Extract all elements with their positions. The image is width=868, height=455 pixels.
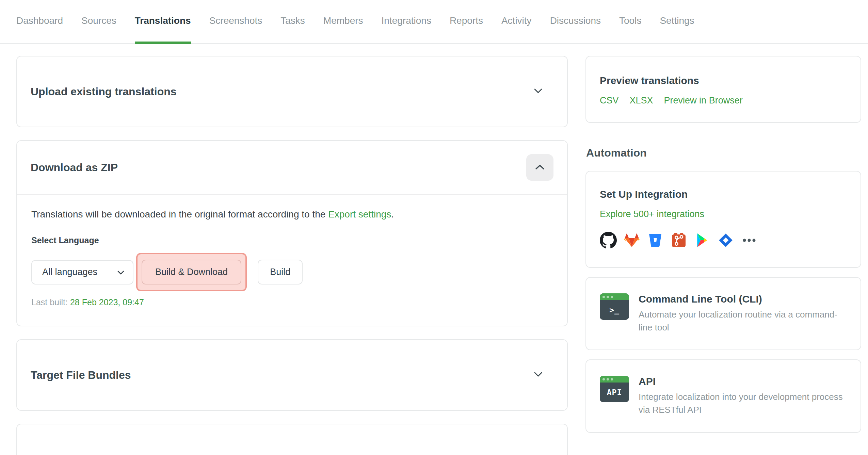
chevron-up-icon xyxy=(535,164,545,171)
last-built-value: 28 Feb 2023, 09:47 xyxy=(70,297,144,307)
build-controls: All languages Build & Download Build xyxy=(31,253,553,291)
terminal-prompt-glyph: >_ xyxy=(600,300,629,320)
bitbucket-icon[interactable] xyxy=(647,232,664,249)
preview-links: CSV XLSX Preview in Browser xyxy=(600,95,847,106)
tab-tools[interactable]: Tools xyxy=(619,0,641,44)
gitlab-icon[interactable] xyxy=(623,232,640,249)
ota-content-delivery-card[interactable]: Over-The-Air Content Delivery xyxy=(16,424,568,455)
last-built-status: Last built: 28 Feb 2023, 09:47 xyxy=(31,297,553,307)
last-built-label: Last built: xyxy=(31,297,68,307)
tab-screenshots[interactable]: Screenshots xyxy=(209,0,262,44)
api-card-description: Integrate localization into your develop… xyxy=(639,391,847,416)
api-icon-glyph: API xyxy=(600,383,629,402)
download-zip-card: Download as ZIP Translations will be dow… xyxy=(16,140,568,326)
tab-tasks[interactable]: Tasks xyxy=(280,0,305,44)
api-icon-titlebar xyxy=(600,376,629,383)
more-icon[interactable] xyxy=(741,232,758,249)
top-navigation: Dashboard Sources Translations Screensho… xyxy=(0,0,868,44)
preview-translations-title: Preview translations xyxy=(600,75,847,86)
cli-card[interactable]: >_ Command Line Tool (CLI) Automate your… xyxy=(585,277,861,350)
chevron-down-icon[interactable] xyxy=(534,88,543,95)
cli-card-title: Command Line Tool (CLI) xyxy=(639,293,847,305)
api-card-title: API xyxy=(639,376,847,387)
api-card[interactable]: API API Integrate localization into your… xyxy=(585,359,861,433)
tab-activity[interactable]: Activity xyxy=(501,0,532,44)
tab-sources[interactable]: Sources xyxy=(81,0,116,44)
right-sidebar: Preview translations CSV XLSX Preview in… xyxy=(585,56,861,433)
language-select[interactable]: All languages xyxy=(31,260,133,285)
cli-card-text: Command Line Tool (CLI) Automate your lo… xyxy=(639,293,847,334)
export-settings-link[interactable]: Export settings xyxy=(328,209,391,220)
language-select-value: All languages xyxy=(42,267,97,277)
github-icon[interactable] xyxy=(600,232,617,249)
download-zip-header: Download as ZIP xyxy=(17,141,567,195)
download-zip-title: Download as ZIP xyxy=(31,161,118,174)
automation-heading: Automation xyxy=(586,147,861,159)
ota-content-delivery-title: Over-The-Air Content Delivery xyxy=(31,453,187,455)
tab-members[interactable]: Members xyxy=(323,0,363,44)
api-icon: API xyxy=(600,376,629,402)
page-body: Upload existing translations Download as… xyxy=(0,44,868,455)
tab-reports[interactable]: Reports xyxy=(450,0,483,44)
select-language-label: Select Language xyxy=(31,235,553,245)
integration-icons-row xyxy=(600,232,847,249)
target-file-bundles-card[interactable]: Target File Bundles xyxy=(16,339,568,411)
git-icon[interactable] xyxy=(670,232,687,249)
upload-card-title: Upload existing translations xyxy=(31,85,177,98)
tab-dashboard[interactable]: Dashboard xyxy=(16,0,63,44)
description-period: . xyxy=(391,209,394,220)
terminal-icon-titlebar xyxy=(600,293,629,300)
preview-in-browser-link[interactable]: Preview in Browser xyxy=(664,95,743,106)
collapse-button[interactable] xyxy=(526,154,553,181)
tab-settings[interactable]: Settings xyxy=(660,0,694,44)
download-zip-body: Translations will be downloaded in the o… xyxy=(17,195,567,326)
build-and-download-button[interactable]: Build & Download xyxy=(142,260,241,285)
set-up-integration-title: Set Up Integration xyxy=(600,189,847,200)
tab-discussions[interactable]: Discussions xyxy=(550,0,601,44)
csv-link[interactable]: CSV xyxy=(600,95,619,106)
chevron-down-icon[interactable] xyxy=(534,372,543,378)
description-text: Translations will be downloaded in the o… xyxy=(31,209,328,220)
api-card-text: API Integrate localization into your dev… xyxy=(639,376,847,416)
main-column: Upload existing translations Download as… xyxy=(16,56,568,455)
xlsx-link[interactable]: XLSX xyxy=(630,95,653,106)
tab-translations[interactable]: Translations xyxy=(135,0,191,44)
jira-icon[interactable] xyxy=(717,232,734,249)
chevron-down-icon xyxy=(117,267,125,277)
upload-translations-card[interactable]: Upload existing translations xyxy=(16,56,568,127)
explore-integrations-link[interactable]: Explore 500+ integrations xyxy=(600,209,704,220)
tab-integrations[interactable]: Integrations xyxy=(382,0,431,44)
build-download-highlight: Build & Download xyxy=(136,253,247,291)
cli-card-description: Automate your localization routine via a… xyxy=(639,308,847,334)
download-description: Translations will be downloaded in the o… xyxy=(31,209,553,220)
target-file-bundles-title: Target File Bundles xyxy=(31,369,131,381)
build-button[interactable]: Build xyxy=(258,260,303,285)
terminal-icon: >_ xyxy=(600,293,629,320)
google-play-icon[interactable] xyxy=(694,232,711,249)
preview-translations-card: Preview translations CSV XLSX Preview in… xyxy=(585,56,861,123)
set-up-integration-card: Set Up Integration Explore 500+ integrat… xyxy=(585,171,861,268)
